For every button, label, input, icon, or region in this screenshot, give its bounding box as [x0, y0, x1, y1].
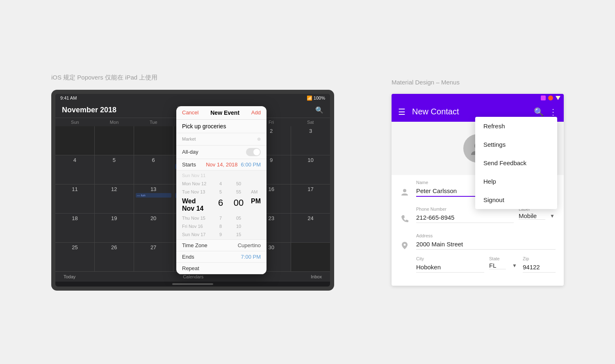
week-view-btn[interactable]: Week [195, 106, 214, 114]
city-wrapper: City [416, 256, 484, 273]
person-icon [400, 188, 410, 198]
calendar-day[interactable]: 29 [212, 243, 251, 271]
calendar-grid: 1 2 3 4 5 6 7• Design Meeting 8 9 10 11 … [55, 126, 330, 271]
calendar-day[interactable]: 19 [95, 214, 134, 242]
calendar-day-empty[interactable] [134, 126, 173, 155]
tab-today[interactable]: Today [64, 274, 75, 279]
address-fields: Address City State FL [416, 233, 556, 273]
state-select[interactable]: FL NY CA TX NJ [489, 262, 506, 269]
dropdown-item-settings[interactable]: Settings [475, 135, 557, 154]
calendar-day[interactable]: 5 [95, 155, 134, 184]
calendar-day[interactable]: 3 [291, 126, 330, 155]
top-triangle [556, 96, 560, 100]
phone-row: Phone Number Label Mobile Home Work Othe… [400, 207, 556, 225]
top-dot-1 [541, 96, 546, 100]
address-label: Address [416, 233, 556, 238]
calendar-day[interactable]: 17 [291, 184, 330, 213]
year-view-btn[interactable]: Year [237, 106, 254, 114]
label-wrapper: Label Mobile Home Work Other ▼ [519, 207, 556, 223]
state-label: State [489, 256, 518, 261]
material-card: ☰ New Contact 🔍 ⋮ Refresh Settings Send … [392, 94, 564, 286]
address-row: Address City State FL [400, 233, 556, 273]
status-bar: 9:41 AM 📶 100% [55, 94, 330, 102]
calendar-day[interactable]: 12 [95, 184, 134, 213]
state-wrapper: State FL NY CA TX NJ ▼ [489, 256, 518, 273]
dropdown-item-help[interactable]: Help [475, 172, 557, 191]
city-input[interactable] [416, 262, 484, 273]
svg-point-2 [404, 243, 406, 246]
search-icon[interactable]: 🔍 [315, 106, 323, 114]
right-section-label: Material Design – Menus [392, 79, 564, 86]
day-fri: Fri [252, 118, 291, 126]
top-dot-2 [548, 96, 553, 100]
calendar-day[interactable]: 30 [252, 243, 291, 271]
day-mon: Mon [95, 118, 134, 126]
calendar-day[interactable]: 2 [252, 126, 291, 155]
menu-icon[interactable]: ☰ [398, 107, 405, 117]
day-wed: Wed [173, 118, 212, 126]
location-icon [400, 241, 410, 252]
svg-point-1 [403, 189, 406, 192]
toolbar-actions: 🔍 ⋮ [534, 107, 557, 117]
left-section: iOS 规定 Popovers 仅能在 iPad 上使用 9:41 AM 📶 1… [51, 74, 338, 291]
search-icon[interactable]: 🔍 [534, 107, 544, 117]
calendar-day[interactable]: 10 [291, 155, 330, 184]
day-sun: Sun [55, 118, 95, 126]
calendar-day[interactable]: 4 [55, 155, 94, 184]
calendar-day[interactable]: 24 [291, 214, 330, 242]
right-section: Material Design – Menus ☰ New Contact 🔍 … [392, 79, 564, 286]
calendar-day-empty[interactable] [291, 243, 330, 271]
calendar-day[interactable]: 26 [95, 243, 134, 271]
calendar-day[interactable]: 28 [173, 243, 212, 271]
dropdown-menu: Refresh Settings Send Feedback Help Sign… [475, 117, 557, 209]
day-view-btn[interactable]: Day [178, 106, 194, 114]
phone-icon [400, 215, 410, 225]
tab-bar: Today Calendars Inbox [55, 271, 330, 282]
label-select[interactable]: Mobile Home Work Other [519, 212, 545, 220]
calendar-day[interactable]: 6 [134, 155, 173, 184]
dropdown-item-feedback[interactable]: Send Feedback [475, 154, 557, 172]
calendar-day[interactable]: 27 [134, 243, 173, 271]
address-input[interactable] [416, 239, 556, 250]
calendar-day-empty[interactable] [55, 126, 94, 155]
calendar-day[interactable]: 9 [252, 155, 291, 184]
calendar-day[interactable]: 16 [252, 184, 291, 213]
day-thu: Thu [212, 118, 252, 126]
calendar-day[interactable]: 22 [212, 214, 251, 242]
calendar-day[interactable]: 1 [212, 126, 251, 155]
calendar-day[interactable]: 13— lun [134, 184, 173, 213]
home-indicator [172, 283, 213, 285]
days-header: Sun Mon Tue Wed Thu Fri Sat [55, 118, 330, 126]
day-sat: Sat [291, 118, 330, 126]
calendar-day[interactable]: 8 [212, 155, 251, 184]
calendar-day[interactable]: 18 [55, 214, 94, 242]
calendar-day[interactable]: 14• Lunch with John [173, 184, 212, 213]
zip-input[interactable] [523, 262, 556, 273]
dropdown-item-signout[interactable]: Signout [475, 191, 557, 209]
tab-inbox[interactable]: Inbox [311, 274, 322, 279]
calendar-day[interactable]: 21 [173, 214, 212, 242]
day-tue: Tue [134, 118, 173, 126]
calendar-day-empty[interactable] [95, 126, 134, 155]
select-arrow-icon: ▼ [550, 213, 555, 219]
more-icon[interactable]: ⋮ [549, 107, 557, 117]
calendar-day-empty[interactable] [173, 126, 212, 155]
calendar-day[interactable]: 7• Design Meeting [173, 155, 212, 184]
calendar-day[interactable]: 11 [55, 184, 94, 213]
left-section-label: iOS 规定 Popovers 仅能在 iPad 上使用 [51, 74, 338, 82]
dropdown-item-refresh[interactable]: Refresh [475, 117, 557, 135]
ipad-frame: 9:41 AM 📶 100% November 2018 Day Week Mo… [51, 90, 334, 291]
label-select-wrapper: Mobile Home Work Other ▼ [519, 212, 556, 220]
calendar-day[interactable]: 20 [134, 214, 173, 242]
calendar-day[interactable]: 25 [55, 243, 94, 271]
phone-input[interactable] [416, 212, 514, 223]
calendar-day[interactable]: 15 [212, 184, 251, 213]
calendar-title: November 2018 [62, 106, 116, 114]
phone-field-group: Phone Number Label Mobile Home Work Othe… [416, 207, 556, 223]
city-label: City [416, 256, 484, 261]
calendar-header: November 2018 Day Week Month Year 🔍 [55, 102, 330, 118]
calendar-day[interactable]: 23 [252, 214, 291, 242]
tab-calendars[interactable]: Calendars [183, 274, 203, 279]
month-view-btn[interactable]: Month [215, 106, 236, 114]
state-select-wrapper: FL NY CA TX NJ ▼ [489, 262, 518, 269]
